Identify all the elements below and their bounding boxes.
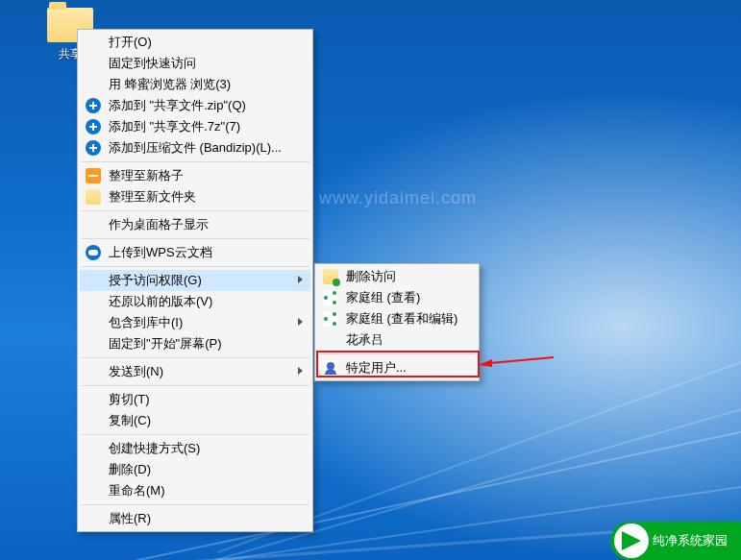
submenu-arrow-icon — [298, 367, 303, 375]
separator — [81, 357, 309, 358]
menu-upload-wps[interactable]: 上传到WPS云文档 — [80, 242, 310, 263]
menu-show-grid[interactable]: 作为桌面格子显示 — [80, 214, 310, 235]
menu-browse-honey[interactable]: 用 蜂蜜浏览器 浏览(3) — [80, 74, 310, 95]
separator — [81, 385, 309, 386]
watermark-text: www.yidaimei.com — [319, 188, 477, 208]
menu-restore-previous[interactable]: 还原以前的版本(V) — [80, 291, 310, 312]
annotation-arrow — [479, 348, 556, 367]
menu-create-shortcut[interactable]: 创建快捷方式(S) — [80, 438, 310, 459]
submenu-remove-access[interactable]: 删除访问 — [317, 266, 477, 287]
menu-delete[interactable]: 删除(D) — [80, 459, 310, 480]
separator — [81, 266, 309, 267]
brand-text: 纯净系统家园 — [653, 532, 728, 549]
menu-copy[interactable]: 复制(C) — [80, 410, 310, 431]
menu-include-library[interactable]: 包含到库中(I) — [80, 312, 310, 333]
menu-pin-start[interactable]: 固定到"开始"屏幕(P) — [80, 333, 310, 354]
submenu-homegroup-view[interactable]: 家庭组 (查看) — [317, 287, 477, 308]
cloud-icon — [86, 245, 101, 260]
archive-icon — [86, 140, 101, 156]
menu-rename[interactable]: 重命名(M) — [80, 480, 310, 501]
menu-tidy-grid[interactable]: 整理至新格子 — [80, 165, 310, 186]
submenu-user-hua[interactable]: 花承吕 — [317, 329, 477, 351]
menu-cut[interactable]: 剪切(T) — [80, 389, 310, 410]
grant-access-submenu: 删除访问 家庭组 (查看) 家庭组 (查看和编辑) 花承吕 特定用户... — [314, 263, 480, 381]
user-icon — [323, 360, 338, 376]
archive-icon — [86, 119, 101, 134]
submenu-arrow-icon — [298, 318, 303, 326]
archive-icon — [86, 98, 101, 113]
menu-open[interactable]: 打开(O) — [80, 32, 310, 53]
submenu-arrow-icon — [298, 276, 303, 283]
share-folder-icon — [323, 269, 338, 284]
context-menu: 打开(O) 固定到快速访问 用 蜂蜜浏览器 浏览(3) 添加到 "共享文件.zi… — [77, 29, 313, 532]
svg-marker-1 — [479, 359, 492, 367]
submenu-specific-user[interactable]: 特定用户... — [317, 357, 477, 378]
menu-add-archive[interactable]: 添加到压缩文件 (Bandizip)(L)... — [80, 137, 310, 158]
separator — [81, 504, 309, 505]
share-icon — [323, 311, 338, 327]
separator — [81, 434, 309, 435]
share-icon — [323, 290, 338, 305]
menu-pin-quick-access[interactable]: 固定到快速访问 — [80, 53, 310, 74]
separator — [81, 210, 309, 211]
menu-add-7z[interactable]: 添加到 "共享文件.7z"(7) — [80, 116, 310, 137]
svg-line-0 — [490, 357, 554, 363]
separator — [81, 161, 309, 162]
separator — [81, 238, 309, 239]
brand-badge: 纯净系统家园 — [610, 522, 741, 560]
brand-logo-icon — [614, 523, 649, 558]
menu-properties[interactable]: 属性(R) — [80, 508, 310, 529]
menu-grant-access[interactable]: 授予访问权限(G) — [80, 270, 310, 291]
separator — [318, 353, 476, 354]
submenu-homegroup-edit[interactable]: 家庭组 (查看和编辑) — [317, 308, 477, 329]
grid-icon — [86, 168, 101, 183]
menu-add-zip[interactable]: 添加到 "共享文件.zip"(Q) — [80, 95, 310, 116]
menu-tidy-folder[interactable]: 整理至新文件夹 — [80, 186, 310, 207]
folder-icon — [86, 189, 101, 205]
menu-send-to[interactable]: 发送到(N) — [80, 361, 310, 382]
